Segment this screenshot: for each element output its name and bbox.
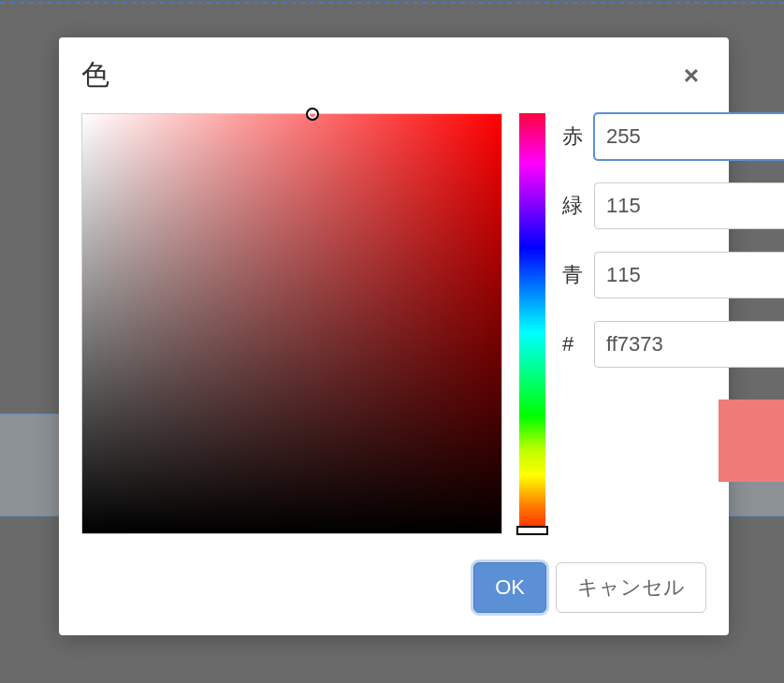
dashed-divider xyxy=(0,2,784,4)
sv-cursor[interactable] xyxy=(306,108,319,121)
close-button[interactable]: × xyxy=(676,59,706,93)
red-input[interactable] xyxy=(594,113,784,160)
green-row: 緑 xyxy=(562,182,784,229)
hex-input[interactable] xyxy=(594,321,784,368)
dialog-footer: OK キャンセル xyxy=(81,562,706,613)
blue-label: 青 xyxy=(562,261,585,289)
hue-gradient xyxy=(519,113,545,534)
picker-body: 赤 緑 青 # xyxy=(81,113,706,534)
dialog-title: 色 xyxy=(81,56,109,94)
sv-gradient xyxy=(82,114,501,533)
close-icon: × xyxy=(684,61,699,90)
hex-row: # xyxy=(562,321,784,368)
cancel-button[interactable]: キャンセル xyxy=(556,562,706,613)
color-picker-dialog: 色 × 赤 緑 青 # xyxy=(59,37,729,635)
red-row: 赤 xyxy=(562,113,784,160)
green-label: 緑 xyxy=(562,192,585,220)
blue-row: 青 xyxy=(562,252,784,298)
dialog-header: 色 × xyxy=(81,56,706,94)
green-input[interactable] xyxy=(594,182,784,229)
color-inputs: 赤 緑 青 # xyxy=(562,113,784,482)
ok-button[interactable]: OK xyxy=(473,562,546,613)
hue-slider[interactable] xyxy=(519,113,545,534)
red-label: 赤 xyxy=(562,123,585,151)
blue-input[interactable] xyxy=(594,252,784,298)
hex-label: # xyxy=(562,332,585,356)
saturation-value-panel[interactable] xyxy=(81,113,502,534)
color-swatch xyxy=(719,400,784,482)
hue-cursor[interactable] xyxy=(516,526,548,535)
